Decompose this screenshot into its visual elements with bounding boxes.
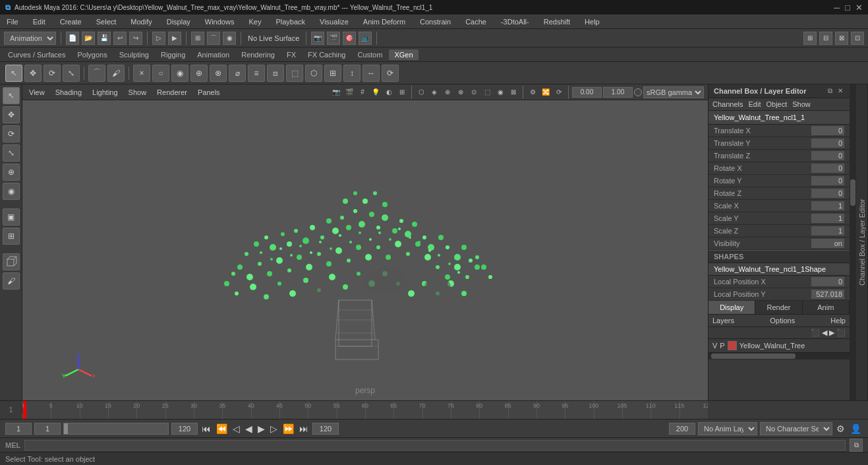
attr-value-input[interactable] [811, 139, 844, 148]
paint-tool-btn[interactable]: 🖌 [107, 65, 125, 82]
char-btn-1[interactable]: ⚙ [835, 423, 846, 434]
shad-icon[interactable]: ◐ [383, 86, 395, 98]
xgen-icon-6[interactable]: ⌀ [229, 65, 246, 82]
char-set-select[interactable]: No Character Set [760, 422, 832, 435]
vp-icon-5[interactable]: ⊙ [468, 86, 480, 98]
layer-hscroll-thumb[interactable] [711, 354, 796, 359]
soft-select[interactable]: ◉ [3, 183, 20, 200]
btn-go-start[interactable]: ⏮ [200, 423, 212, 434]
channel-box-scroll-thumb[interactable] [850, 179, 855, 206]
vp-icon-2[interactable]: ◈ [428, 86, 440, 98]
menu-item-display[interactable]: Display [164, 16, 193, 27]
gamma-scale-input[interactable] [603, 87, 633, 98]
layer-nav-fwd[interactable]: ▶ [829, 328, 834, 337]
vp-icon-8[interactable]: ⊠ [507, 86, 519, 98]
help-menu-layer[interactable]: Help [830, 317, 846, 325]
attr-value-input[interactable] [811, 176, 844, 185]
menu-item-help[interactable]: Help [582, 16, 602, 27]
xgen-icon-9[interactable]: ⬚ [286, 65, 303, 82]
select-tool[interactable]: ↖ [3, 87, 20, 104]
view-menu[interactable]: View [26, 87, 47, 98]
light-icon[interactable]: 💡 [370, 86, 382, 98]
tab-sculpting[interactable]: Sculpting [114, 49, 154, 60]
layer-pick-btn[interactable]: P [720, 342, 724, 350]
attr-value-input[interactable] [811, 214, 844, 223]
mel-input[interactable] [24, 440, 846, 450]
menu-item-visualize[interactable]: Visualize [317, 16, 351, 27]
xgen-icon-5[interactable]: ⊗ [210, 65, 227, 82]
layout-icon-1[interactable]: ⊞ [803, 32, 817, 45]
char-btn-2[interactable]: 👤 [849, 423, 863, 434]
snap-magnet[interactable]: ⊞ [3, 228, 20, 245]
anim-tab[interactable]: Anim [803, 301, 850, 314]
btn-step-back[interactable]: ◁ [231, 423, 241, 434]
options-menu[interactable]: Options [770, 317, 795, 325]
lighting-menu[interactable]: Lighting [90, 87, 121, 98]
select-icon[interactable]: ▷ [152, 32, 165, 45]
snap-curve-icon[interactable]: ⌒ [207, 32, 220, 45]
timeline[interactable]: 1 05101520253035404550556065707580859095… [0, 400, 868, 419]
xgen-icon-4[interactable]: ⊕ [190, 65, 208, 82]
menu-item-file[interactable]: File [4, 16, 21, 27]
btn-step-fwd[interactable]: ▷ [269, 423, 279, 434]
redo-icon[interactable]: ↪ [129, 32, 142, 45]
vp-icon-1[interactable]: ⬡ [415, 86, 427, 98]
timeline-ruler[interactable]: 0510152025303540455055606570758085909510… [22, 401, 708, 419]
btn-prev-key[interactable]: ⏪ [215, 423, 229, 434]
attribute-editor-tab[interactable]: Channel Box / Layer Editor [856, 84, 868, 400]
frame-slider-thumb[interactable] [64, 423, 68, 434]
renderer-menu[interactable]: Renderer [154, 87, 190, 98]
xgen-icon-10[interactable]: ⬡ [305, 65, 322, 82]
vp-icon-10[interactable]: 🔀 [540, 86, 552, 98]
menu-item-edit[interactable]: Edit [30, 16, 48, 27]
vp-icon-11[interactable]: ⟳ [553, 86, 565, 98]
film-icon[interactable]: 🎬 [343, 86, 355, 98]
snap-point-icon[interactable]: ◉ [223, 32, 236, 45]
xgen-icon-11[interactable]: ⊞ [324, 65, 341, 82]
menu-item-windows[interactable]: Windows [202, 16, 237, 27]
layer-nav-prev[interactable]: ◀ [822, 328, 827, 337]
display-icon[interactable]: 📺 [359, 32, 372, 45]
layout-icon-2[interactable]: ⊟ [819, 32, 832, 45]
panels-menu[interactable]: Panels [195, 87, 223, 98]
attr-value-input[interactable] [811, 126, 844, 135]
edit-menu[interactable]: Edit [748, 100, 761, 108]
tab-rigging[interactable]: Rigging [156, 49, 190, 60]
mode-select[interactable]: Animation [4, 32, 56, 45]
max-frame-input[interactable] [669, 423, 695, 435]
show-menu-cb[interactable]: Show [792, 100, 811, 108]
layout-icon-3[interactable]: ⊠ [835, 32, 848, 45]
attr-value-input[interactable] [811, 164, 844, 173]
attr-value-input[interactable] [811, 189, 844, 198]
menu-item-playback[interactable]: Playback [273, 16, 308, 27]
xgen-icon-13[interactable]: ↔ [362, 65, 380, 82]
render-tab[interactable]: Render [755, 301, 802, 314]
xgen-icon-3[interactable]: ◉ [171, 65, 188, 82]
mel-history-btn[interactable]: ⧉ [850, 439, 863, 452]
vp-icon-7[interactable]: ◉ [494, 86, 506, 98]
vp-icon-4[interactable]: ⊗ [455, 86, 467, 98]
btn-play-fwd[interactable]: ▶ [256, 423, 266, 434]
shading-menu[interactable]: Shading [53, 87, 84, 98]
tab-custom[interactable]: Custom [353, 49, 388, 60]
layers-menu[interactable]: Layers [712, 317, 734, 325]
view-cube[interactable] [3, 253, 20, 270]
vp-icon-3[interactable]: ⊕ [442, 86, 453, 98]
tab-xgen[interactable]: XGen [389, 49, 418, 60]
snap-grid-icon[interactable]: ⊞ [191, 32, 204, 45]
move-icon[interactable]: ▶ [168, 32, 181, 45]
render-icon[interactable]: 🎬 [327, 32, 340, 45]
shape-attr-value-input[interactable] [811, 290, 844, 299]
render-region[interactable]: ▣ [3, 208, 20, 226]
menu-item-cache[interactable]: Cache [463, 16, 489, 27]
tab-polygons[interactable]: Polygons [72, 49, 112, 60]
btn-go-end[interactable]: ⏭ [298, 423, 310, 434]
layer-nav-end[interactable]: ⬛ [836, 328, 846, 337]
lasso-tool-btn[interactable]: ⌒ [88, 65, 105, 82]
menu-item-create[interactable]: Create [57, 16, 84, 27]
xgen-icon-8[interactable]: ⧈ [267, 65, 284, 82]
start-frame-input[interactable] [5, 423, 32, 435]
tab-animation[interactable]: Animation [192, 49, 235, 60]
channel-box-scrollbar[interactable] [850, 84, 856, 400]
scale-tool-btn[interactable]: ⤡ [63, 65, 80, 82]
